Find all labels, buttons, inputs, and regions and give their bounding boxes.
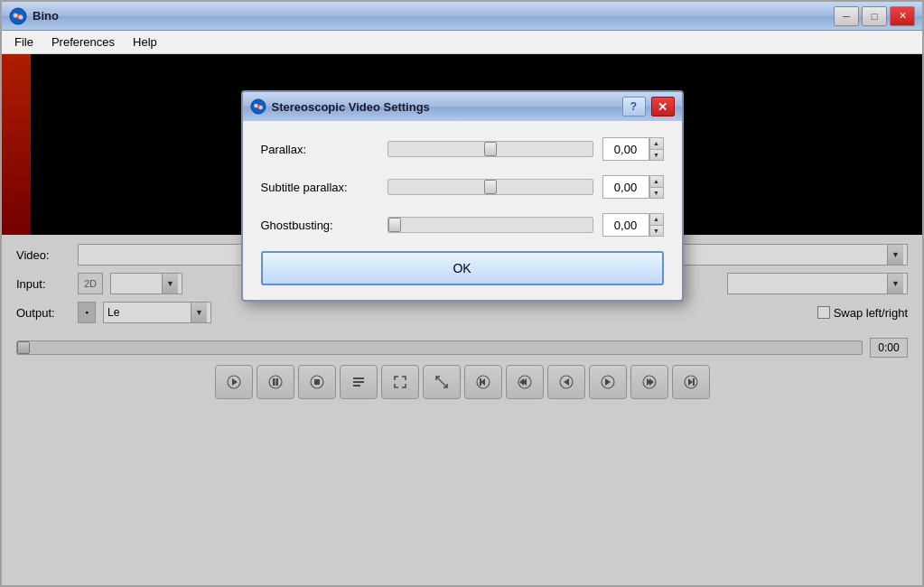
settings-dialog: Stereoscopic Video Settings ? ✕ Parallax…	[241, 90, 684, 302]
parallax-value-box[interactable]: 0,00	[602, 137, 649, 161]
parallax-spinner: ▲ ▼	[649, 137, 664, 161]
window-controls: ─ □ ✕	[834, 6, 915, 26]
dialog-help-button[interactable]: ?	[622, 97, 646, 116]
dialog-title: Stereoscopic Video Settings	[272, 100, 617, 114]
subtitle-parallax-label: Subtitle parallax:	[261, 181, 378, 194]
dialog-close-button[interactable]: ✕	[651, 97, 675, 116]
main-window: Bino ─ □ ✕ File Preferences Help Video: …	[0, 0, 924, 587]
ghostbusting-value-box[interactable]: 0,00	[602, 213, 649, 237]
ghostbusting-value: 0,00	[603, 219, 649, 232]
subtitle-parallax-slider[interactable]	[387, 179, 593, 195]
parallax-spin-down[interactable]: ▼	[649, 149, 664, 162]
menu-preferences[interactable]: Preferences	[42, 33, 124, 51]
parallax-spin-up[interactable]: ▲	[649, 137, 664, 149]
ok-label: OK	[453, 261, 471, 275]
menu-help[interactable]: Help	[124, 33, 166, 51]
ghostbusting-thumb[interactable]	[388, 218, 401, 232]
app-icon	[9, 7, 27, 25]
window-title: Bino	[33, 9, 834, 23]
svg-point-1	[14, 13, 18, 17]
subtitle-parallax-thumb[interactable]	[484, 180, 497, 194]
parallax-row: Parallax: 0,00 ▲ ▼	[261, 137, 664, 161]
dialog-body: Parallax: 0,00 ▲ ▼	[243, 121, 682, 300]
ghostbusting-spinbox: 0,00 ▲ ▼	[602, 213, 664, 237]
parallax-slider[interactable]	[387, 141, 593, 157]
svg-point-31	[254, 104, 258, 108]
main-content: Video: ▼ Input: 2D ▼ ▼	[2, 54, 922, 585]
ghostbusting-label: Ghostbusting:	[261, 219, 378, 232]
title-bar: Bino ─ □ ✕	[2, 2, 922, 31]
minimize-button[interactable]: ─	[834, 6, 859, 26]
svg-point-32	[258, 106, 263, 110]
subtitle-parallax-value-box[interactable]: 0,00	[602, 175, 649, 199]
menu-bar: File Preferences Help	[2, 31, 922, 54]
parallax-value: 0,00	[603, 143, 649, 156]
ghostbusting-slider[interactable]	[387, 217, 593, 233]
ghostbusting-spin-down[interactable]: ▼	[649, 225, 664, 238]
svg-point-2	[19, 14, 23, 19]
ghostbusting-spin-up[interactable]: ▲	[649, 213, 664, 225]
subtitle-parallax-value: 0,00	[603, 181, 649, 194]
dialog-title-bar: Stereoscopic Video Settings ? ✕	[243, 92, 682, 121]
ghostbusting-spinner: ▲ ▼	[649, 213, 664, 237]
subtitle-parallax-spinner: ▲ ▼	[649, 175, 664, 199]
subtitle-parallax-spin-up[interactable]: ▲	[649, 175, 664, 187]
ghostbusting-row: Ghostbusting: 0,00 ▲ ▼	[261, 213, 664, 237]
parallax-label: Parallax:	[261, 143, 378, 156]
menu-file[interactable]: File	[5, 33, 42, 51]
window-close-button[interactable]: ✕	[890, 6, 915, 26]
maximize-button[interactable]: □	[862, 6, 887, 26]
parallax-thumb[interactable]	[484, 142, 497, 156]
subtitle-parallax-spin-down[interactable]: ▼	[649, 187, 664, 200]
subtitle-parallax-spinbox: 0,00 ▲ ▼	[602, 175, 664, 199]
ok-button[interactable]: OK	[261, 251, 664, 285]
subtitle-parallax-row: Subtitle parallax: 0,00 ▲ ▼	[261, 175, 664, 199]
parallax-spinbox: 0,00 ▲ ▼	[602, 137, 664, 161]
dialog-app-icon	[250, 98, 266, 115]
modal-overlay: Stereoscopic Video Settings ? ✕ Parallax…	[2, 54, 922, 585]
